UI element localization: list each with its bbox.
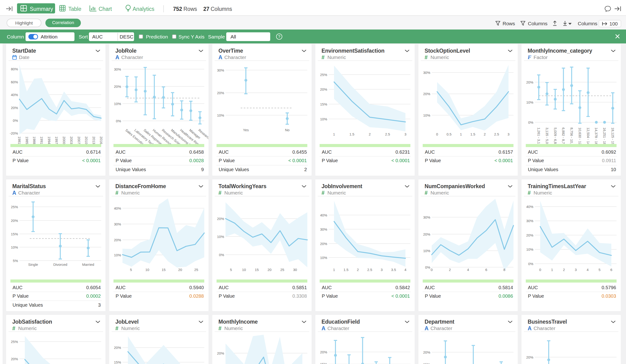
svg-text:2: 2	[449, 268, 451, 272]
svg-text:Yes: Yes	[243, 128, 249, 132]
svg-text:5: 5	[130, 268, 132, 272]
svg-text:3: 3	[508, 132, 509, 136]
svg-text:20%: 20%	[320, 242, 327, 246]
svg-text:40%: 40%	[114, 206, 121, 210]
svg-text:0: 0	[539, 268, 541, 272]
svg-text:1.5: 1.5	[344, 268, 349, 272]
svg-text:25: 25	[194, 268, 198, 272]
svg-text:30%: 30%	[217, 68, 224, 72]
svg-text:5: 5	[230, 268, 232, 272]
svg-text:20%: 20%	[217, 91, 224, 95]
svg-text:10%: 10%	[423, 113, 430, 117]
svg-text:10%: 10%	[114, 102, 121, 106]
svg-text:15%: 15%	[320, 362, 327, 364]
svg-text:8: 8	[503, 268, 505, 272]
svg-text:3,135 - 5,008: 3,135 - 5,008	[545, 128, 549, 144]
svg-text:2000: 2000	[62, 136, 66, 144]
svg-text:15: 15	[255, 268, 259, 272]
svg-text:5%: 5%	[13, 259, 18, 263]
svg-text:1.5: 1.5	[470, 132, 475, 136]
svg-text:2.5: 2.5	[367, 268, 372, 272]
svg-text:20%: 20%	[320, 350, 327, 354]
svg-text:0%: 0%	[116, 119, 121, 123]
svg-text:1: 1	[333, 132, 335, 136]
svg-text:10%: 10%	[217, 113, 224, 117]
svg-text:20%: 20%	[114, 85, 121, 89]
svg-text:20%: 20%	[11, 219, 18, 223]
svg-text:10%: 10%	[320, 117, 327, 121]
svg-text:1: 1	[460, 132, 462, 136]
svg-text:2.5: 2.5	[494, 132, 499, 136]
svg-text:1,261 - 3,134: 1,261 - 3,134	[537, 128, 541, 144]
svg-text:25: 25	[280, 268, 284, 272]
svg-text:6,882 - 8,755: 6,882 - 8,755	[561, 128, 565, 144]
svg-text:20%: 20%	[114, 238, 121, 242]
svg-text:4: 4	[404, 268, 406, 272]
svg-text:40%: 40%	[11, 93, 18, 97]
svg-text:1988: 1988	[32, 136, 36, 144]
svg-text:1997: 1997	[55, 136, 58, 144]
svg-text:1: 1	[333, 268, 335, 272]
svg-text:30%: 30%	[320, 227, 327, 231]
svg-text:?: ?	[278, 34, 280, 39]
svg-text:0%: 0%	[528, 120, 533, 124]
svg-text:15%: 15%	[11, 232, 18, 236]
svg-text:10: 10	[145, 268, 149, 272]
svg-text:6: 6	[610, 268, 612, 272]
svg-text:Divorced: Divorced	[53, 263, 67, 266]
svg-text:0%: 0%	[425, 265, 430, 269]
svg-text:2007: 2007	[77, 136, 81, 144]
svg-text:0%: 0%	[219, 253, 224, 257]
svg-text:1981: 1981	[17, 136, 21, 144]
svg-text:40%: 40%	[526, 205, 533, 209]
svg-text:10%: 10%	[526, 100, 533, 104]
svg-text:2: 2	[369, 132, 371, 136]
svg-text:20%: 20%	[423, 92, 430, 96]
svg-text:1.5: 1.5	[350, 132, 354, 136]
svg-text:20%: 20%	[217, 351, 224, 355]
svg-text:4: 4	[467, 268, 469, 272]
svg-text:20%: 20%	[526, 233, 533, 237]
svg-text:3: 3	[575, 268, 577, 272]
svg-text:No: No	[285, 128, 289, 132]
svg-text:2: 2	[357, 268, 359, 272]
svg-text:15%: 15%	[423, 362, 430, 364]
svg-text:8,756 - 10,629: 8,756 - 10,629	[570, 128, 574, 144]
svg-text:Single: Single	[28, 263, 38, 266]
svg-text:3.5: 3.5	[391, 268, 396, 272]
svg-text:3: 3	[381, 268, 383, 272]
svg-text:15%: 15%	[114, 360, 121, 364]
svg-text:12,504 - 14,377: 12,504 - 14,377	[586, 128, 590, 144]
svg-text:Married: Married	[82, 263, 94, 266]
svg-text:0%: 0%	[13, 119, 18, 123]
svg-text:10%: 10%	[114, 253, 121, 257]
svg-text:2013: 2013	[92, 136, 96, 144]
svg-text:20: 20	[178, 268, 182, 272]
svg-text:2016: 2016	[99, 136, 103, 144]
svg-text:20%: 20%	[217, 217, 224, 221]
svg-text:20%: 20%	[11, 106, 18, 110]
svg-text:60%: 60%	[11, 80, 18, 84]
svg-text:25%: 25%	[11, 205, 18, 209]
svg-text:-20%: -20%	[10, 131, 18, 135]
svg-text:30%: 30%	[114, 222, 121, 226]
svg-text:3: 3	[404, 132, 406, 136]
svg-text:80%: 80%	[11, 67, 18, 71]
svg-text:20: 20	[268, 268, 272, 272]
svg-text:5: 5	[599, 268, 600, 272]
svg-text:30%: 30%	[114, 67, 121, 71]
svg-text:10: 10	[242, 268, 246, 272]
svg-text:5,009 - 6,881: 5,009 - 6,881	[553, 128, 557, 144]
svg-text:30%: 30%	[423, 70, 430, 75]
svg-text:30: 30	[293, 268, 297, 272]
svg-text:10%: 10%	[320, 256, 327, 260]
svg-text:1: 1	[551, 268, 553, 272]
svg-text:30%: 30%	[423, 215, 430, 219]
svg-text:25%: 25%	[320, 73, 327, 77]
svg-text:20%: 20%	[114, 346, 121, 350]
svg-text:20%: 20%	[526, 80, 533, 84]
svg-text:1985: 1985	[25, 136, 29, 144]
svg-text:15%: 15%	[320, 102, 327, 106]
svg-text:20%: 20%	[423, 232, 430, 236]
svg-text:10,630 - 12,503: 10,630 - 12,503	[578, 128, 582, 144]
